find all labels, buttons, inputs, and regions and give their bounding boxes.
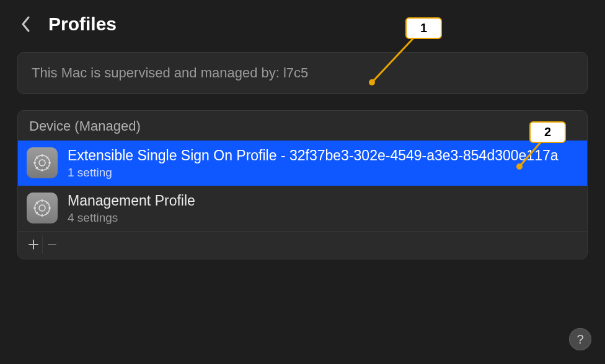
header-bar: Profiles: [0, 0, 605, 46]
add-profile-button[interactable]: [24, 235, 43, 254]
supervision-notice-text: This Mac is supervised and managed by: l…: [18, 53, 587, 93]
profile-title: Extensible Single Sign On Profile - 32f3…: [68, 147, 559, 165]
profile-subtitle: 4 settings: [68, 211, 195, 225]
remove-profile-button[interactable]: [43, 235, 61, 254]
page-title: Profiles: [48, 14, 117, 35]
minus-icon: [47, 240, 57, 249]
profiles-section-header: Device (Managed): [18, 111, 587, 141]
plus-icon: [29, 240, 38, 249]
chevron-left-icon: [21, 16, 31, 32]
gear-icon: [27, 147, 58, 178]
gear-icon: [27, 193, 58, 223]
help-button[interactable]: ?: [569, 328, 591, 350]
profile-row[interactable]: Extensible Single Sign On Profile - 32f3…: [18, 141, 587, 186]
back-button[interactable]: [17, 15, 35, 33]
profile-subtitle: 1 setting: [68, 166, 559, 180]
profiles-list-footer: [18, 231, 587, 259]
supervision-notice-panel: This Mac is supervised and managed by: l…: [17, 52, 588, 94]
profile-text: Management Profile 4 settings: [68, 192, 195, 225]
callout-label: 1: [405, 17, 442, 39]
svg-point-9: [39, 160, 45, 166]
profile-title: Management Profile: [68, 192, 195, 210]
callout-label: 2: [529, 121, 566, 143]
svg-point-19: [39, 205, 45, 211]
profile-row[interactable]: Management Profile 4 settings: [18, 186, 587, 231]
profiles-list-panel: Device (Managed) Extensible Single Si: [17, 110, 588, 259]
profile-text: Extensible Single Sign On Profile - 32f3…: [68, 147, 559, 180]
help-icon: ?: [576, 332, 583, 347]
